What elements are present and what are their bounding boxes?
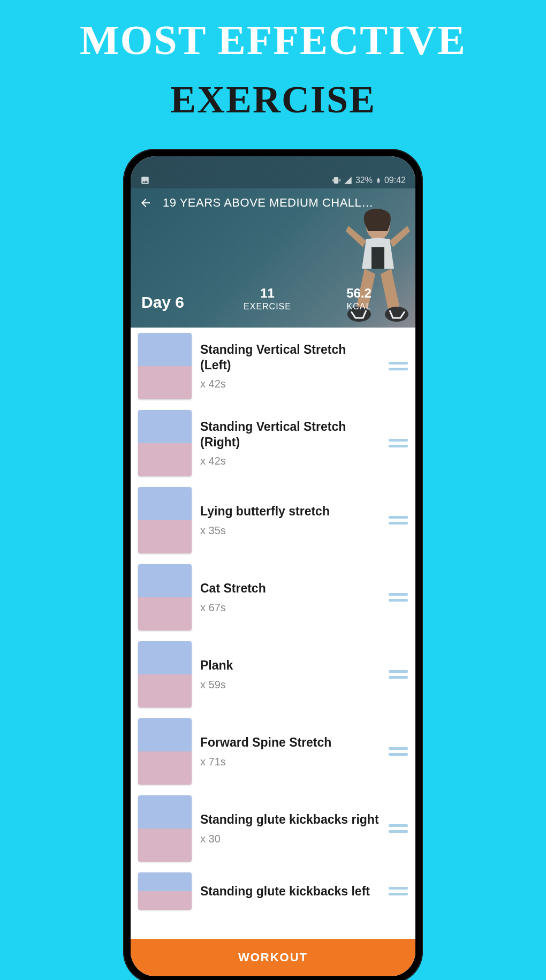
back-arrow-icon[interactable] — [139, 196, 152, 209]
exercise-info: Standing Vertical Stretch (Left) x 42s — [200, 342, 380, 391]
list-item[interactable]: Standing Vertical Stretch (Left) x 42s — [131, 328, 415, 405]
drag-handle-icon[interactable] — [389, 591, 408, 604]
drag-handle-icon[interactable] — [389, 514, 408, 527]
exercise-duration: x 67s — [200, 602, 380, 614]
status-left — [140, 176, 150, 185]
drag-handle-icon[interactable] — [389, 745, 408, 758]
exercise-duration: x 35s — [200, 525, 380, 537]
exercise-duration: x 42s — [200, 378, 380, 390]
signal-icon — [344, 176, 352, 185]
kcal-block: 56.2 KCAL — [313, 286, 405, 312]
promo-title: MOST EFFECTIVE EXERCISE — [0, 0, 546, 122]
workout-button-label: WORKOUT — [238, 951, 308, 964]
promo-line-2: EXERCISE — [0, 78, 546, 122]
exercise-name: Cat Stretch — [200, 581, 380, 596]
exercise-thumbnail — [138, 487, 192, 553]
drag-handle-icon[interactable] — [389, 668, 408, 681]
list-item[interactable]: Standing glute kickbacks right x 30 — [131, 790, 415, 867]
status-bar: 32% 09:42 — [131, 156, 415, 188]
exercise-info: Standing Vertical Stretch (Right) x 42s — [200, 419, 380, 468]
exercise-count-block: 11 EXERCISE — [222, 286, 313, 312]
clock-time: 09:42 — [384, 176, 406, 185]
exercise-duration: x 42s — [200, 455, 380, 467]
exercise-thumbnail — [138, 795, 192, 862]
list-item[interactable]: Plank x 59s — [131, 636, 415, 713]
exercise-info: Plank x 59s — [200, 658, 380, 691]
phone-screen: 32% 09:42 19 YEARS — [131, 156, 415, 976]
exercise-name: Lying butterfly stretch — [200, 504, 380, 519]
exercise-duration: x 71s — [200, 756, 380, 768]
workout-button[interactable]: WORKOUT — [131, 939, 415, 976]
exercise-thumbnail — [138, 718, 192, 785]
exercise-thumbnail — [138, 641, 192, 708]
exercise-thumbnail — [138, 410, 192, 476]
exercise-info: Standing glute kickbacks left — [200, 884, 380, 899]
exercise-thumbnail — [138, 333, 192, 399]
exercise-duration: x 59s — [200, 679, 380, 691]
exercise-name: Forward Spine Stretch — [200, 735, 380, 750]
exercise-name: Standing glute kickbacks right — [200, 812, 380, 827]
list-item[interactable]: Forward Spine Stretch x 71s — [131, 713, 415, 790]
drag-handle-icon[interactable] — [389, 360, 408, 373]
drag-handle-icon[interactable] — [389, 822, 408, 835]
kcal-label: KCAL — [313, 302, 405, 312]
exercise-name: Standing glute kickbacks left — [200, 884, 380, 899]
status-right: 32% 09:42 — [332, 176, 406, 185]
drag-handle-icon[interactable] — [389, 885, 408, 898]
day-label: Day 6 — [141, 293, 222, 312]
vibrate-icon — [332, 176, 340, 185]
exercise-info: Cat Stretch x 67s — [200, 581, 380, 614]
exercise-name: Standing Vertical Stretch (Right) — [200, 419, 380, 450]
list-item[interactable]: Standing glute kickbacks left — [131, 867, 415, 915]
battery-percent: 32% — [355, 176, 373, 185]
exercise-thumbnail — [138, 872, 192, 910]
exercise-name: Plank — [200, 658, 380, 673]
kcal-value: 56.2 — [313, 286, 405, 301]
exercise-count: 11 — [222, 286, 313, 301]
exercise-info: Standing glute kickbacks right x 30 — [200, 812, 380, 845]
header-stats: Day 6 11 EXERCISE 56.2 KCAL — [131, 286, 415, 312]
exercise-name: Standing Vertical Stretch (Left) — [200, 342, 380, 373]
exercise-info: Lying butterfly stretch x 35s — [200, 504, 380, 537]
list-item[interactable]: Cat Stretch x 67s — [131, 559, 415, 636]
exercise-list[interactable]: Standing Vertical Stretch (Left) x 42s S… — [131, 328, 415, 939]
image-icon — [140, 176, 150, 185]
exercise-count-label: EXERCISE — [222, 302, 313, 312]
exercise-thumbnail — [138, 564, 192, 630]
list-item[interactable]: Lying butterfly stretch x 35s — [131, 482, 415, 559]
phone-frame: 32% 09:42 19 YEARS — [123, 149, 423, 980]
list-item[interactable]: Standing Vertical Stretch (Right) x 42s — [131, 405, 415, 482]
drag-handle-icon[interactable] — [389, 437, 408, 450]
app-header: 19 YEARS ABOVE MEDIUM CHALL… Day 6 11 EX… — [131, 188, 415, 328]
promo-line-1: MOST EFFECTIVE — [0, 16, 546, 64]
exercise-info: Forward Spine Stretch x 71s — [200, 735, 380, 768]
battery-icon — [376, 176, 381, 185]
exercise-duration: x 30 — [200, 833, 380, 845]
svg-rect-1 — [371, 247, 384, 269]
